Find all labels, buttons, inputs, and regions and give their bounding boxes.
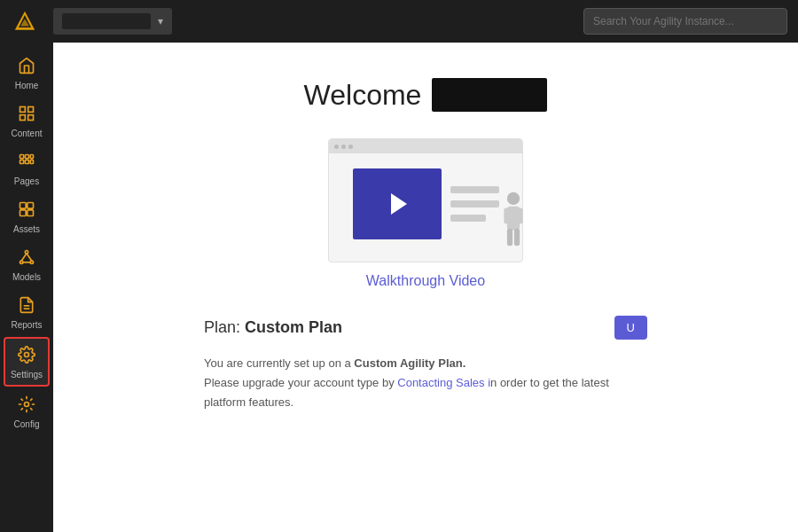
plan-desc-1: You are currently set up on a Custom Agi… [204,354,647,373]
sidebar-item-config-label: Config [14,419,40,429]
assets-icon [18,200,35,223]
sidebar: Home Content [0,43,53,532]
svg-rect-11 [25,160,28,163]
sidebar-item-assets[interactable]: Assets [4,193,50,239]
svg-rect-12 [30,160,33,163]
svg-rect-4 [28,107,34,113]
plan-description: You are currently set up on a Custom Agi… [204,354,647,412]
person-figure [496,191,531,262]
settings-icon [18,346,35,368]
sidebar-item-models-label: Models [12,272,41,282]
svg-point-19 [30,261,33,263]
welcome-title: Welcome [304,79,422,112]
svg-rect-3 [20,107,26,113]
svg-rect-16 [27,210,34,216]
instance-selector[interactable]: ▾ [53,8,172,35]
welcome-name-redacted [432,78,547,112]
main-layout: Home Content [0,43,798,532]
browser-dot-3 [348,145,353,149]
svg-rect-13 [20,203,27,209]
svg-rect-31 [507,229,512,246]
chevron-down-icon: ▾ [158,15,163,27]
svg-rect-8 [25,155,28,159]
svg-point-17 [25,251,27,254]
plan-header: Plan: Custom Plan U [204,316,647,340]
video-line-3 [450,215,486,222]
sidebar-item-config[interactable]: Config [4,388,50,434]
reports-icon [18,296,35,318]
video-content [353,168,499,239]
svg-rect-30 [517,208,523,224]
plan-desc-2: Please upgrade your account type by Cont… [204,373,647,412]
browser-bar [329,139,522,153]
content-area: Welcome [53,43,798,532]
plan-section: Plan: Custom Plan U You are currently se… [204,316,647,412]
svg-rect-14 [27,203,34,209]
video-play-area[interactable] [353,168,442,239]
svg-point-27 [507,192,520,205]
svg-line-21 [27,254,32,261]
video-thumbnail[interactable] [328,138,523,262]
content-icon [18,105,35,127]
svg-rect-15 [20,210,27,216]
contact-sales-link[interactable]: Contacting Sales i [397,376,490,389]
video-line-1 [450,186,499,193]
video-lines [450,186,499,222]
home-icon [18,57,35,79]
sidebar-item-pages[interactable]: Pages [4,145,50,192]
config-icon [18,395,35,418]
svg-rect-10 [20,160,24,163]
sidebar-item-settings[interactable]: Settings [4,337,50,387]
svg-point-26 [25,403,29,407]
sidebar-item-assets-label: Assets [13,224,40,234]
svg-rect-9 [30,155,33,159]
pages-icon [18,153,35,175]
search-input[interactable] [583,8,787,35]
upgrade-button[interactable]: U [614,316,647,340]
sidebar-item-settings-label: Settings [11,370,43,379]
sidebar-item-content[interactable]: Content [4,98,50,144]
sidebar-item-models[interactable]: Models [4,241,50,287]
svg-line-20 [21,254,27,261]
video-card: Walkthrough Video [275,138,576,289]
sidebar-item-pages-label: Pages [14,176,39,186]
svg-rect-6 [28,115,34,121]
sidebar-item-reports[interactable]: Reports [4,289,50,335]
play-button-icon [391,193,407,215]
sidebar-item-content-label: Content [11,129,42,138]
welcome-section: Welcome [89,78,763,112]
browser-dot-1 [334,145,339,149]
topbar: ▾ [0,0,798,43]
models-icon [18,248,35,270]
svg-point-18 [20,261,23,263]
instance-name-block [62,13,151,29]
plan-name: Custom Plan [245,318,342,336]
video-line-2 [450,200,499,207]
svg-rect-29 [504,208,510,224]
video-link[interactable]: Walkthrough Video [366,273,485,289]
sidebar-item-home-label: Home [15,81,39,90]
sidebar-item-home[interactable]: Home [4,50,50,96]
sidebar-item-reports-label: Reports [11,320,42,330]
plan-label: Plan: [204,318,240,336]
svg-rect-32 [514,229,520,246]
app-logo [11,7,39,35]
browser-dot-2 [341,145,346,149]
svg-point-25 [25,353,29,357]
svg-rect-5 [20,115,26,121]
plan-title: Plan: Custom Plan [204,318,342,337]
svg-rect-7 [20,155,24,159]
